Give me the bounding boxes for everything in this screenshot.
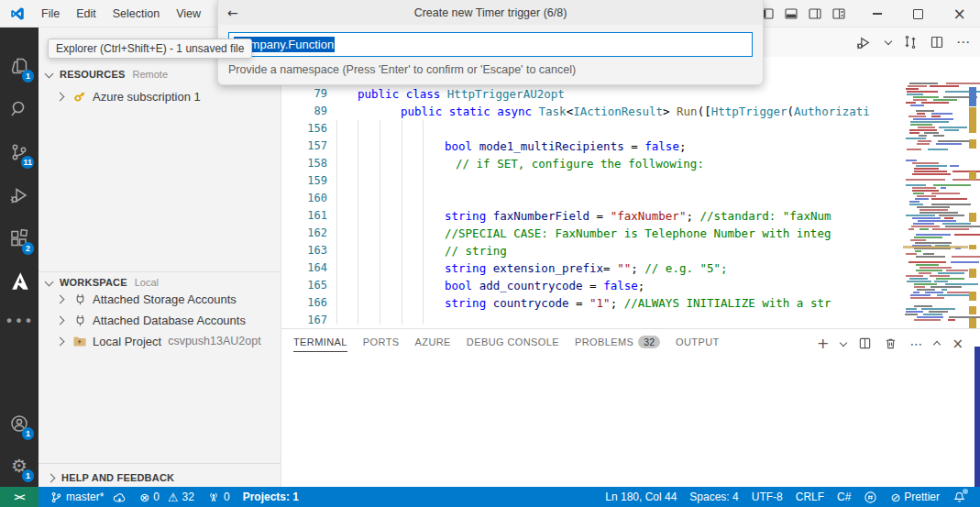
line-number[interactable]: 89 (281, 103, 327, 120)
run-dropdown-icon[interactable] (885, 38, 892, 45)
panel-more-icon[interactable]: ⋯ (909, 336, 922, 351)
run-debug-icon[interactable] (856, 35, 872, 50)
code-line-157[interactable]: 157bool mode1_multiRecipients = false; (281, 138, 980, 155)
minimap-row (941, 187, 946, 189)
toggle-secondary-sidebar-icon[interactable] (807, 6, 822, 22)
line-content: string countrycode = "1"; //ALWAYS INITI… (336, 294, 903, 312)
problems-status-item[interactable]: ⊗ 0 ⚠ 32 (133, 487, 201, 507)
new-terminal-icon[interactable]: + (817, 335, 829, 352)
language-mode-item[interactable]: C# (831, 487, 857, 507)
code-editor[interactable]: 79public class HttpTriggerAU2opt89public… (281, 57, 980, 328)
activity-source-control[interactable]: 11 (0, 134, 39, 171)
maximize-panel-icon[interactable] (933, 341, 941, 348)
menu-view[interactable]: View (168, 0, 209, 28)
code-line-158[interactable]: 158// if SET, configure the follwowing: (281, 155, 980, 172)
prettier-status-item[interactable]: ⊘ Prettier (884, 487, 946, 507)
tree-item-local-project[interactable]: Local Project csvpush13AU2opt (39, 331, 281, 351)
more-actions-icon[interactable]: ⋯ (956, 34, 971, 50)
code-line-89[interactable]: 89public static async Task<IActionResult… (281, 103, 980, 120)
help-feedback-section-header[interactable]: HELP AND FEEDBACK (39, 468, 281, 488)
terminal-dropdown-icon[interactable] (840, 338, 847, 346)
minimap-row (913, 292, 920, 293)
tab-problems[interactable]: PROBLEMS32 (575, 336, 660, 352)
kill-terminal-icon[interactable] (884, 336, 897, 350)
remote-indicator[interactable]: >< (0, 487, 39, 507)
line-number[interactable]: 158 (281, 155, 327, 172)
customize-layout-icon[interactable] (831, 6, 846, 22)
code-line-165[interactable]: 165bool add_countrycode = false; (281, 277, 980, 294)
line-number[interactable]: 156 (281, 120, 327, 138)
tab-output[interactable]: OUTPUT (676, 336, 720, 351)
activity-more[interactable]: ••• (0, 303, 39, 339)
namespace-input[interactable]: Company.Function (228, 32, 753, 57)
tree-item-attached-storage[interactable]: Attached Storage Accounts (39, 289, 281, 309)
line-number[interactable]: 162 (281, 225, 327, 242)
tab-debug-console[interactable]: DEBUG CONSOLE (467, 336, 559, 351)
tree-item-attached-database[interactable]: Attached Database Accounts (39, 310, 281, 330)
maximize-button[interactable] (897, 0, 939, 28)
split-editor-icon[interactable] (930, 35, 944, 50)
line-number[interactable]: 166 (281, 294, 327, 312)
compare-changes-icon[interactable] (903, 35, 918, 50)
activity-search[interactable] (0, 91, 39, 127)
line-number[interactable]: 79 (281, 85, 327, 103)
menu-edit[interactable]: Edit (68, 0, 105, 28)
minimap-row (906, 275, 923, 277)
activity-settings[interactable]: ⚙ 1 (0, 447, 39, 484)
menu-selection[interactable]: Selection (105, 0, 168, 28)
toggle-panel-icon[interactable] (783, 6, 798, 22)
code-line-160[interactable]: 160 (281, 190, 980, 207)
code-line-162[interactable]: 162//SPECIAL CASE: FaxNumber is Telephon… (281, 225, 980, 242)
git-branch-item[interactable]: master* (44, 487, 133, 507)
split-terminal-icon[interactable] (858, 336, 872, 350)
activity-explorer[interactable]: 1 (0, 48, 39, 84)
line-number[interactable]: 161 (281, 207, 327, 225)
minimap-highlight-line (903, 246, 968, 248)
minimap-row (919, 209, 948, 211)
minimize-button[interactable] (856, 0, 897, 28)
activity-run-debug[interactable] (0, 177, 39, 214)
code-line-164[interactable]: 164string extension_prefix= ""; // e.g. … (281, 259, 980, 277)
close-button[interactable]: × (939, 0, 980, 28)
notifications-item[interactable] (946, 487, 973, 507)
tab-azure[interactable]: AZURE (415, 336, 451, 351)
activity-accounts[interactable]: 1 (0, 405, 39, 442)
back-arrow-icon[interactable]: ← (227, 6, 238, 20)
tree-item-azure-subscription[interactable]: Azure subscription 1 (39, 86, 281, 106)
indentation-item[interactable]: Spaces: 4 (683, 487, 744, 507)
line-number[interactable]: 164 (281, 259, 327, 277)
line-number[interactable]: 163 (281, 242, 327, 259)
activity-extensions[interactable]: 2 (0, 220, 39, 257)
projects-status-item[interactable]: Projects: 1 (237, 487, 305, 507)
csharp-project-item[interactable] (857, 487, 884, 507)
tab-terminal[interactable]: TERMINAL (293, 336, 347, 352)
code-line-166[interactable]: 166string countrycode = "1"; //ALWAYS IN… (281, 294, 980, 312)
line-number[interactable]: 167 (281, 312, 327, 328)
close-panel-icon[interactable]: × (952, 336, 963, 352)
code-line-161[interactable]: 161string faxNumberField = "faxNumber"; … (281, 207, 980, 225)
minimap-row (944, 217, 953, 219)
eol-item[interactable]: CRLF (789, 487, 831, 507)
line-number[interactable]: 165 (281, 277, 327, 294)
line-number[interactable]: 159 (281, 172, 327, 190)
minimap-row (914, 286, 925, 288)
code-line-167[interactable]: 167 (281, 312, 980, 328)
code-line-79[interactable]: 79public class HttpTriggerAU2opt (281, 85, 980, 103)
minimap[interactable] (903, 81, 968, 326)
code-line-163[interactable]: 163// string (281, 242, 980, 259)
menu-file[interactable]: File (33, 0, 68, 28)
line-number[interactable]: 157 (281, 138, 327, 155)
line-number[interactable]: 160 (281, 190, 327, 207)
git-branch-icon (50, 491, 62, 503)
tab-ports[interactable]: PORTS (363, 336, 400, 351)
ports-status-item[interactable]: 0 (201, 487, 237, 507)
cursor-position-item[interactable]: Ln 180, Col 44 (599, 487, 683, 507)
chevron-right-icon (56, 315, 65, 325)
minimap-row (913, 193, 924, 194)
minimap-row (918, 127, 935, 128)
activity-azure[interactable] (0, 263, 39, 300)
encoding-item[interactable]: UTF-8 (745, 487, 789, 507)
ruler-mark (969, 292, 976, 301)
code-line-159[interactable]: 159 (281, 172, 980, 190)
code-line-156[interactable]: 156 (281, 120, 980, 138)
